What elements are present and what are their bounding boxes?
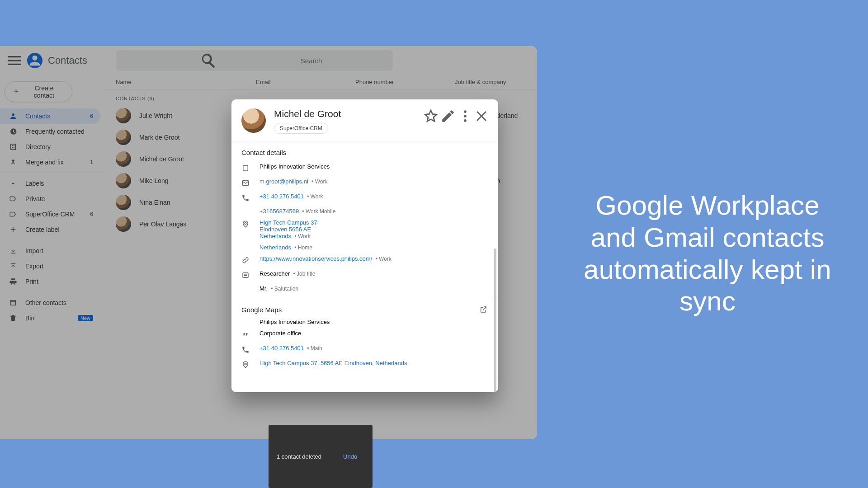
- detail-address[interactable]: High Tech Campus 37 Eindhoven 5656 AE Ne…: [231, 217, 498, 242]
- email-tag: • Work: [311, 178, 327, 185]
- maps-company: Philips Innovation Services: [231, 316, 498, 328]
- salutation-value: Mr.: [259, 285, 268, 292]
- toast-undo-button[interactable]: Undo: [343, 453, 357, 460]
- star-outline-icon: [423, 108, 439, 124]
- maps-type: Corporate office: [231, 328, 498, 343]
- marketing-headline: Google Workplace and Gmail contacts auto…: [574, 190, 841, 318]
- addr-line1[interactable]: High Tech Campus 37: [259, 219, 317, 226]
- pin-icon: [241, 360, 250, 370]
- country-home-value[interactable]: Netherlands: [259, 244, 291, 251]
- mail-icon: [241, 178, 250, 188]
- maps-phone-value[interactable]: +31 40 276 5401: [259, 345, 304, 352]
- website-tag: • Work: [376, 256, 392, 262]
- more-button[interactable]: [458, 108, 473, 124]
- country-home-tag: • Home: [294, 244, 312, 251]
- detail-salutation: Mr. • Salutation: [231, 283, 498, 294]
- phone-icon: [241, 345, 250, 355]
- contact-details-heading: Contact details: [231, 141, 498, 161]
- pin-icon: [241, 219, 250, 230]
- maps-company-value: Philips Innovation Services: [259, 319, 330, 325]
- phone1-value[interactable]: +31 40 276 5401: [259, 193, 304, 200]
- contact-detail-card: Michel de Groot SuperOffice CRM Contact …: [231, 99, 498, 392]
- detail-email[interactable]: m.groot@philips.nl • Work: [231, 176, 498, 191]
- svg-point-8: [245, 363, 246, 365]
- detail-website[interactable]: https://www.innovationservices.philips.c…: [231, 253, 498, 268]
- svg-point-3: [464, 115, 467, 117]
- phone2-value[interactable]: +31656874569: [259, 208, 299, 215]
- addr-tag: • Work: [294, 233, 310, 239]
- close-button[interactable]: [475, 108, 490, 124]
- salutation-tag: • Salutation: [271, 286, 298, 292]
- id-icon: [241, 270, 250, 281]
- star-button[interactable]: [423, 108, 439, 124]
- website-value[interactable]: https://www.innovationservices.philips.c…: [259, 255, 372, 262]
- close-icon: [475, 108, 490, 124]
- email-value[interactable]: m.groot@philips.nl: [259, 178, 308, 185]
- detail-phone1[interactable]: +31 40 276 5401 • Work: [231, 191, 498, 206]
- detail-country-home[interactable]: Netherlands • Home: [231, 242, 498, 253]
- detail-jobtitle: Researcher • Job title: [231, 268, 498, 283]
- maps-phone[interactable]: +31 40 276 5401 • Main: [231, 343, 498, 357]
- card-body: Contact details Philips Innovation Servi…: [231, 141, 498, 392]
- edit-button[interactable]: [440, 108, 456, 124]
- svg-point-6: [245, 223, 246, 225]
- addr-line3[interactable]: Netherlands: [259, 233, 291, 239]
- maps-type-value: Corporate office: [259, 330, 301, 337]
- phone1-tag: • Work: [307, 193, 323, 200]
- contact-avatar: [241, 108, 266, 133]
- svg-point-2: [464, 110, 467, 113]
- detail-phone2[interactable]: +31656874569 • Work Mobile: [231, 206, 498, 217]
- maps-phone-tag: • Main: [307, 345, 322, 352]
- scrollbar-thumb[interactable]: [494, 249, 496, 392]
- phone2-tag: • Work Mobile: [302, 208, 335, 215]
- label-chip[interactable]: SuperOffice CRM: [274, 123, 328, 134]
- more-vert-icon: [458, 108, 473, 124]
- quote-icon: [241, 330, 250, 340]
- jobtitle-value: Researcher: [259, 270, 290, 277]
- google-maps-heading: Google Maps: [241, 306, 282, 314]
- toast-snackbar: 1 contact deleted Undo: [269, 425, 373, 488]
- addr-line2[interactable]: Eindhoven 5656 AE: [259, 226, 311, 233]
- detail-company: Philips Innovation Services: [231, 161, 498, 176]
- open-external-icon[interactable]: [479, 305, 487, 314]
- jobtitle-tag: • Job title: [293, 271, 315, 277]
- pencil-icon: [440, 108, 456, 124]
- svg-point-4: [464, 119, 467, 122]
- company-value: Philips Innovation Services: [259, 163, 330, 170]
- google-maps-heading-row: Google Maps: [231, 299, 498, 316]
- building-icon: [241, 163, 250, 174]
- maps-address[interactable]: High Tech Campus 37, 5656 AE Eindhoven, …: [231, 357, 498, 372]
- card-header: Michel de Groot SuperOffice CRM: [231, 99, 498, 141]
- contact-name-title: Michel de Groot: [274, 108, 341, 119]
- link-icon: [241, 255, 250, 266]
- maps-address-value[interactable]: High Tech Campus 37, 5656 AE Eindhoven, …: [259, 360, 407, 366]
- phone-icon: [241, 193, 250, 203]
- toast-text: 1 contact deleted: [277, 453, 321, 460]
